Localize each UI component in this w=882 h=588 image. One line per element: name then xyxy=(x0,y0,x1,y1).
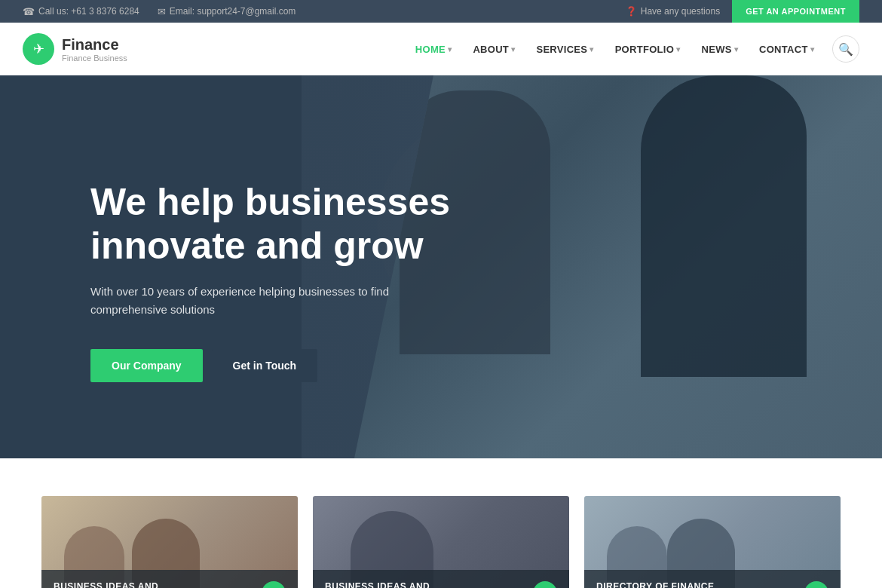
top-bar-right: ❓ Have any questions GET AN APPOINTMENT xyxy=(626,0,859,23)
card-2[interactable]: BUSINESS IDEAS AND INNOVATION › xyxy=(313,496,569,588)
nav-about[interactable]: ABOUT ▾ xyxy=(464,38,524,61)
nav-home[interactable]: HOME ▾ xyxy=(406,38,461,61)
card-1[interactable]: BUSINESS IDEAS AND INNOVATION › xyxy=(41,496,298,588)
nav-contact-label: CONTACT xyxy=(759,44,808,55)
logo: ✈ Finance Finance Business xyxy=(23,33,127,65)
nav-home-caret: ▾ xyxy=(448,45,452,54)
card-2-overlay: BUSINESS IDEAS AND INNOVATION › xyxy=(313,570,569,588)
card-1-overlay: BUSINESS IDEAS AND INNOVATION › xyxy=(41,570,298,588)
hero-section: We help businesses innovate and grow Wit… xyxy=(0,75,882,458)
card-3-arrow: › xyxy=(804,581,828,588)
appointment-button[interactable]: GET AN APPOINTMENT xyxy=(732,0,859,23)
main-nav: HOME ▾ ABOUT ▾ SERVICES ▾ PORTFOLIO ▾ NE… xyxy=(406,35,859,63)
get-in-touch-button[interactable]: Get in Touch xyxy=(212,349,318,382)
top-bar: ☎ Call us: +61 3 8376 6284 ✉ Email: supp… xyxy=(0,0,882,23)
hero-title: We help businesses innovate and grow xyxy=(90,181,543,268)
nav-services-caret: ▾ xyxy=(590,45,593,54)
nav-portfolio-label: PORTFOLIO xyxy=(615,44,675,55)
nav-home-label: HOME xyxy=(415,44,446,55)
nav-news-caret: ▾ xyxy=(734,45,738,54)
card-2-label: BUSINESS IDEAS AND INNOVATION xyxy=(325,580,476,588)
hero-subtitle: With over 10 years of experience helping… xyxy=(90,283,407,319)
header: ✈ Finance Finance Business HOME ▾ ABOUT … xyxy=(0,23,882,75)
email-label: Email: support24-7@gmail.com xyxy=(170,6,296,17)
card-3-label: DIRECTORY OF FINANCE BUSINESSES xyxy=(596,580,747,588)
phone-info: ☎ Call us: +61 3 8376 6284 xyxy=(23,6,139,17)
logo-icon: ✈ xyxy=(23,33,54,65)
card-3-overlay: DIRECTORY OF FINANCE BUSINESSES › xyxy=(584,570,841,588)
top-bar-left: ☎ Call us: +61 3 8376 6284 ✉ Email: supp… xyxy=(23,6,296,17)
phone-label: Call us: +61 3 8376 6284 xyxy=(38,6,139,17)
nav-about-caret: ▾ xyxy=(511,45,515,54)
question-info: ❓ Have any questions xyxy=(626,6,720,17)
question-icon: ❓ xyxy=(626,6,637,17)
cards-section: BUSINESS IDEAS AND INNOVATION › BUSINESS… xyxy=(0,458,882,588)
nav-news-label: NEWS xyxy=(701,44,731,55)
search-button[interactable]: 🔍 xyxy=(832,35,859,63)
card-1-arrow: › xyxy=(262,581,286,588)
nav-portfolio-caret: ▾ xyxy=(676,45,680,54)
nav-about-label: ABOUT xyxy=(473,44,509,55)
hero-buttons: Our Company Get in Touch xyxy=(90,349,543,382)
nav-contact[interactable]: CONTACT ▾ xyxy=(750,38,823,61)
logo-title: Finance xyxy=(62,36,127,54)
hero-content: We help businesses innovate and grow Wit… xyxy=(90,181,543,382)
nav-contact-caret: ▾ xyxy=(810,45,814,54)
nav-services[interactable]: SERVICES ▾ xyxy=(527,38,602,61)
email-icon: ✉ xyxy=(158,6,166,17)
phone-icon: ☎ xyxy=(23,6,35,17)
nav-services-label: SERVICES xyxy=(536,44,587,55)
card-3[interactable]: DIRECTORY OF FINANCE BUSINESSES › xyxy=(584,496,841,588)
question-label: Have any questions xyxy=(641,6,720,17)
nav-news[interactable]: NEWS ▾ xyxy=(692,38,747,61)
logo-text: Finance Finance Business xyxy=(62,36,127,63)
email-info: ✉ Email: support24-7@gmail.com xyxy=(158,6,296,17)
logo-subtitle: Finance Business xyxy=(62,54,127,63)
logo-symbol: ✈ xyxy=(33,41,44,57)
card-1-label: BUSINESS IDEAS AND INNOVATION xyxy=(54,580,204,588)
card-2-arrow: › xyxy=(533,581,557,588)
our-company-button[interactable]: Our Company xyxy=(90,349,203,382)
nav-portfolio[interactable]: PORTFOLIO ▾ xyxy=(606,38,690,61)
search-icon: 🔍 xyxy=(838,42,853,57)
